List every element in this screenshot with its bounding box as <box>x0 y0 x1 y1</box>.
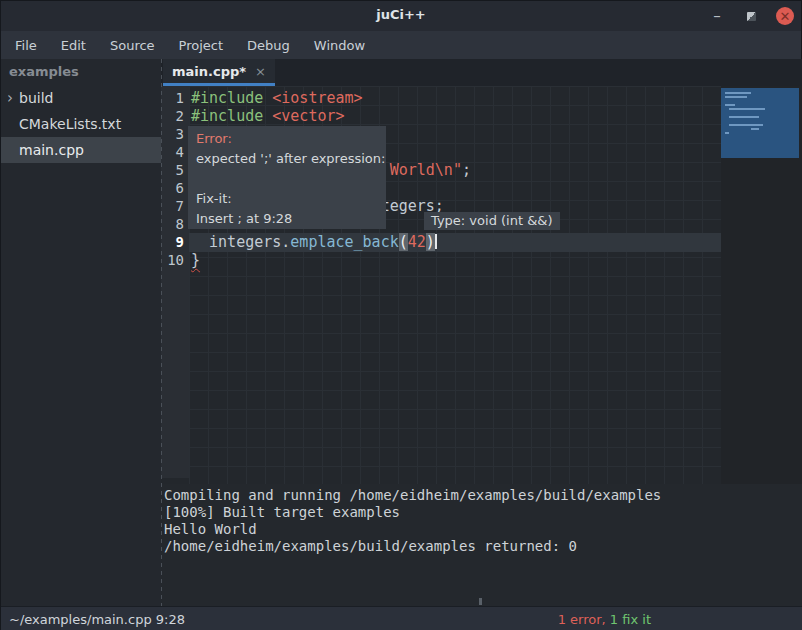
project-folder-label: examples <box>1 59 161 85</box>
menu-item-file[interactable]: File <box>5 34 47 57</box>
code-token: ) <box>426 233 435 251</box>
line-number: 4 <box>162 143 184 161</box>
error-title: Error: <box>196 129 378 149</box>
fixit-message: Insert ; at 9:28 <box>196 209 378 229</box>
code-line-1: #include <iostream> <box>191 89 363 107</box>
status-fixit-count: 1 fix it <box>606 612 651 627</box>
menu-item-debug[interactable]: Debug <box>237 34 300 57</box>
window-title: juCi++ <box>1 7 801 22</box>
menu-bar: FileEditSourceProjectDebugWindow <box>1 31 801 59</box>
tree-item-main-cpp[interactable]: main.cpp <box>1 137 161 163</box>
fixit-title: Fix-it: <box>196 189 378 209</box>
line-number-gutter: 12345678910 <box>161 86 189 478</box>
overview-code-mark <box>729 116 759 118</box>
tree-item-label: main.cpp <box>19 137 84 163</box>
output-line: Hello World <box>164 521 802 538</box>
overview-code-mark <box>729 124 763 126</box>
code-line-2: #include <vector> <box>191 107 345 125</box>
file-tree-panel: examples ›buildCMakeLists.txtmain.cpp <box>1 59 161 606</box>
tooltip-spacer <box>196 169 378 189</box>
type-tooltip: Type: void (int &&) <box>424 212 560 230</box>
build-output-pane[interactable]: Compiling and running /home/eidheim/exam… <box>161 484 802 606</box>
code-line-9: integers.emplace_back(42) <box>191 233 437 251</box>
code-token: ( <box>399 233 408 251</box>
line-number: 3 <box>162 125 184 143</box>
tree-item-cmakelists-txt[interactable]: CMakeLists.txt <box>1 111 161 137</box>
close-icon: ✕ <box>776 7 794 25</box>
menu-item-source[interactable]: Source <box>100 34 165 57</box>
tab-bar: main.cpp* × <box>161 59 802 86</box>
status-diagnostics: 1 error, 1 fix it <box>558 612 651 627</box>
status-error-count: 1 error, <box>558 612 606 627</box>
overview-code-mark <box>751 128 759 130</box>
maximize-button[interactable] <box>741 6 761 26</box>
document-overview-thumbnail[interactable] <box>721 88 799 158</box>
menu-item-window[interactable]: Window <box>304 34 375 57</box>
diagnostic-tooltip: Error: expected ';' after expression: Fi… <box>188 126 386 229</box>
file-tree: ›buildCMakeLists.txtmain.cpp <box>1 85 161 163</box>
restore-icon <box>747 12 756 21</box>
status-file-position: ~/examples/main.cpp 9:28 <box>1 612 558 627</box>
pane-resize-handle[interactable] <box>479 598 482 605</box>
app-window: juCi++ – ✕ FileEditSourceProjectDebugWin… <box>0 0 802 630</box>
code-token: <vector> <box>272 107 344 125</box>
expander-chevron-icon[interactable]: › <box>1 85 19 111</box>
overview-code-mark <box>725 132 729 134</box>
line-number: 2 <box>162 107 184 125</box>
output-line: Compiling and running /home/eidheim/exam… <box>164 487 802 504</box>
code-token: 42 <box>408 233 426 251</box>
status-bar: ~/examples/main.cpp 9:28 1 error, 1 fix … <box>1 606 802 630</box>
line-number: 9 <box>162 233 184 251</box>
output-line: [100%] Built target examples <box>164 504 802 521</box>
tab-main-cpp[interactable]: main.cpp* × <box>163 59 275 86</box>
error-message: expected ';' after expression: <box>196 149 378 169</box>
output-line: /home/eidheim/examples/build/examples re… <box>164 538 802 555</box>
overview-code-mark <box>729 108 765 110</box>
code-token: } <box>191 251 200 269</box>
sidebar-resize-handle[interactable] <box>161 59 162 606</box>
code-token: ; <box>462 161 471 179</box>
line-number: 10 <box>162 251 184 269</box>
code-token: integers. <box>191 233 290 251</box>
editor-area: main.cpp* × 12345678910 #include <iostre… <box>161 59 802 606</box>
overview-code-mark <box>725 96 747 98</box>
text-cursor <box>435 234 437 249</box>
tab-close-icon[interactable]: × <box>255 64 266 79</box>
tree-item-build[interactable]: ›build <box>1 85 161 111</box>
code-line-10: } <box>191 251 200 269</box>
main-body: examples ›buildCMakeLists.txtmain.cpp ma… <box>1 59 802 606</box>
code-token: #include <box>191 89 272 107</box>
line-number: 1 <box>162 89 184 107</box>
tree-item-label: CMakeLists.txt <box>19 111 121 137</box>
close-button[interactable]: ✕ <box>775 6 795 26</box>
minimize-button[interactable]: – <box>707 6 727 26</box>
menu-item-edit[interactable]: Edit <box>51 34 96 57</box>
line-number: 7 <box>162 197 184 215</box>
code-token: #include <box>191 107 272 125</box>
overview-margin <box>721 86 802 484</box>
code-editor[interactable]: 12345678910 #include <iostream>#include … <box>161 86 802 484</box>
code-token: emplace_back <box>290 233 398 251</box>
tab-label: main.cpp* <box>172 64 246 79</box>
tree-item-label: build <box>19 85 53 111</box>
line-number: 6 <box>162 179 184 197</box>
line-number: 5 <box>162 161 184 179</box>
code-token: <iostream> <box>272 89 362 107</box>
title-bar[interactable]: juCi++ – ✕ <box>1 1 801 31</box>
menu-item-project[interactable]: Project <box>169 34 233 57</box>
overview-code-mark <box>725 104 735 106</box>
overview-code-mark <box>725 92 751 94</box>
minimize-icon: – <box>713 7 721 25</box>
line-number: 8 <box>162 215 184 233</box>
